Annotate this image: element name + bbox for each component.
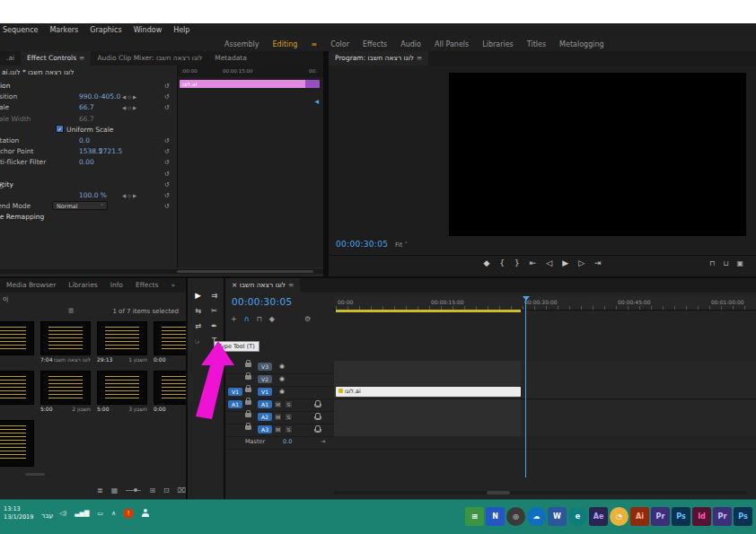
reset-icon[interactable]: ↺ — [164, 157, 170, 168]
menu-sequence[interactable]: Sequence — [3, 26, 38, 34]
voiceover-mic-icon[interactable] — [315, 413, 321, 419]
menu-graphics[interactable]: Graphics — [90, 26, 121, 34]
effect-controls-hscrollbar[interactable] — [0, 269, 323, 274]
mask-pen-glyph[interactable]: ✒ — [0, 179, 3, 190]
project-item[interactable] — [0, 420, 34, 468]
track-lane-v1[interactable]: לוגו.ai — [334, 386, 756, 399]
taskbar-word[interactable]: W — [548, 507, 567, 526]
uniform-scale-checkbox[interactable]: ✓ — [56, 125, 64, 133]
alert-badge-icon[interactable]: ! — [124, 509, 133, 518]
lift-icon[interactable]: ⊓ — [709, 259, 715, 267]
track-target-v2[interactable]: V2 — [258, 375, 272, 383]
menu-help[interactable]: Help — [173, 26, 189, 34]
reset-icon[interactable]: ↺ — [164, 169, 170, 179]
eye-icon[interactable]: ◉ — [279, 363, 285, 370]
step-forward-icon[interactable]: ▷ — [578, 258, 585, 267]
project-item[interactable]: 5:00חשבון 2 — [40, 371, 91, 412]
taskbar-premiere[interactable]: Pr — [651, 507, 670, 526]
language-indicator[interactable]: עבר — [41, 512, 53, 520]
taskbar-app-blue[interactable]: N — [486, 507, 505, 526]
tab-partial[interactable]: .ai — [0, 51, 21, 66]
item-thumbnail[interactable] — [154, 321, 186, 355]
zoom-slider[interactable] — [126, 490, 141, 491]
project-item[interactable] — [0, 371, 34, 406]
panel-menu-icon[interactable]: ≡ — [417, 54, 422, 62]
timeline-hscrollbar[interactable] — [334, 491, 747, 495]
workspace-assembly[interactable]: Assembly — [224, 40, 259, 48]
tab-info[interactable]: Info — [104, 278, 129, 293]
track-target-v1[interactable]: V1 — [258, 388, 272, 396]
keyframe-nav-icon[interactable]: ◀ ◇ ▶ — [122, 92, 136, 102]
opacity-section-row[interactable]: fx ▸ Opacity ◯ ✒ ↺ — [0, 179, 207, 190]
taskbar-onedrive[interactable]: ☁ — [527, 507, 546, 526]
workspace-color[interactable]: Color — [330, 40, 349, 48]
item-thumbnail[interactable] — [97, 321, 147, 355]
reset-icon[interactable]: ↺ — [164, 92, 170, 102]
tab-media-browser[interactable]: Media Browser — [0, 278, 62, 293]
voiceover-mic-icon[interactable] — [315, 425, 321, 432]
tab-metadata[interactable]: Metadata — [208, 51, 253, 66]
taskbar-photoshop-2[interactable]: Ps — [734, 507, 752, 526]
solo-button[interactable]: S — [285, 425, 293, 433]
item-thumbnail[interactable] — [0, 321, 34, 355]
position-x-value[interactable]: 990.0 — [79, 92, 98, 102]
project-item[interactable]: 0:00טקסט — [154, 321, 186, 363]
play-icon[interactable]: ▶ — [562, 258, 568, 267]
opacity-value[interactable]: 100.0 % — [79, 190, 107, 201]
playhead[interactable] — [525, 296, 526, 477]
slip-tool[interactable]: ⇄ — [191, 320, 205, 332]
track-select-tool[interactable]: ⇉ — [207, 289, 221, 302]
tab-libraries[interactable]: Libraries — [62, 278, 103, 293]
mark-out-icon[interactable]: } — [514, 258, 520, 267]
reset-icon[interactable]: ↺ — [164, 136, 170, 146]
track-target-a2[interactable]: A2 — [258, 413, 272, 421]
add-marker-icon[interactable]: + — [231, 315, 237, 323]
tab-audio-clip-mixer[interactable]: Audio Clip Mixer: לוגו רצאה חשבו — [91, 51, 208, 66]
item-thumbnail[interactable] — [40, 321, 91, 355]
mute-button[interactable]: M — [274, 413, 282, 421]
item-thumbnail[interactable] — [0, 371, 34, 405]
delete-icon[interactable]: ⌧ — [178, 486, 186, 495]
ripple-edit-tool[interactable]: ⇆ — [191, 304, 205, 317]
taskbar-clock[interactable]: 13:13 13/1/2019 — [4, 505, 33, 521]
blend-mode-dropdown[interactable]: Normal — [52, 201, 108, 210]
voiceover-mic-icon[interactable] — [315, 400, 321, 407]
keyframe-nav-icon[interactable]: ◀ ◇ ▶ — [122, 190, 136, 201]
program-video-preview[interactable] — [449, 73, 746, 236]
track-lane-v3[interactable] — [334, 361, 756, 374]
scrollbar-thumb[interactable] — [487, 491, 510, 495]
project-scrollbar-thumb[interactable] — [25, 473, 45, 476]
taskbar-after-effects[interactable]: Ae — [589, 507, 608, 526]
mark-in-icon[interactable]: { — [499, 258, 505, 267]
network-icon[interactable]: ▃▅▇ — [75, 510, 89, 517]
track-lane-a2[interactable] — [334, 411, 756, 425]
taskbar-browser-dark[interactable]: ◎ — [506, 507, 525, 526]
tab-program[interactable]: Program: לוגו רצאה חשבו≡ — [329, 51, 428, 66]
timeline-settings-icon[interactable]: ⚙ — [304, 315, 311, 323]
taskbar-photoshop[interactable]: Ps — [672, 507, 690, 526]
panel-menu-icon[interactable]: ≡ — [79, 54, 84, 62]
tab-sequence[interactable]: × לוגו רצאה חשבו≡ — [225, 278, 300, 293]
go-to-out-icon[interactable]: ⇥ — [594, 258, 602, 267]
timeline-clip[interactable]: לוגו.ai — [336, 387, 521, 397]
tab-effects[interactable]: Effects — [129, 278, 165, 293]
menu-markers[interactable]: Markers — [49, 26, 78, 34]
solo-button[interactable]: S — [285, 400, 293, 408]
step-back-icon[interactable]: ◁ — [546, 258, 552, 267]
item-thumbnail[interactable] — [154, 371, 186, 405]
menu-window[interactable]: Window — [134, 26, 163, 34]
new-item-icon[interactable]: ⊡ — [163, 486, 170, 495]
workspace-libraries[interactable]: Libraries — [482, 40, 514, 48]
tab-overflow-icon[interactable]: » — [164, 278, 181, 293]
linked-selection-icon[interactable]: ⊓ — [257, 315, 262, 323]
workspace-menu-icon[interactable]: ≡ — [311, 40, 317, 48]
selection-tool[interactable]: ▶ — [191, 289, 205, 302]
time-remapping-row[interactable]: fx ▸ Time Remapping — [0, 212, 207, 223]
track-lane-v2[interactable] — [334, 373, 756, 387]
reset-icon[interactable]: ↺ — [164, 179, 170, 190]
panel-menu-icon[interactable]: ≡ — [288, 281, 294, 289]
track-lane-a3[interactable] — [334, 424, 756, 437]
taskbar-indesign[interactable]: Id — [692, 507, 711, 526]
go-to-in-icon[interactable]: ⇤ — [530, 258, 537, 267]
master-value[interactable]: 0.0 — [283, 438, 292, 445]
